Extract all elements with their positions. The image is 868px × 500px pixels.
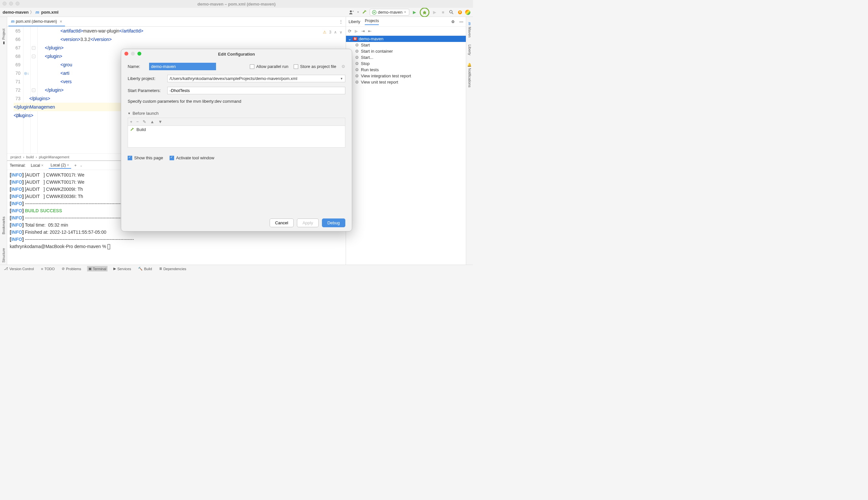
refresh-icon[interactable]: ⟳ bbox=[348, 29, 351, 34]
name-label: Name: bbox=[128, 64, 146, 69]
minimize-window-icon[interactable] bbox=[9, 2, 13, 5]
sb-todo[interactable]: ≡ TODO bbox=[40, 266, 56, 271]
gear-icon[interactable]: ⚙ bbox=[341, 64, 345, 69]
gear-icon: ⚙ bbox=[355, 61, 359, 66]
tree-action[interactable]: ⚙Start... bbox=[346, 54, 466, 60]
add-icon[interactable]: + bbox=[130, 119, 132, 124]
fold-icon[interactable]: − bbox=[32, 55, 35, 58]
debug-button[interactable]: Debug bbox=[322, 218, 345, 227]
sb-problems[interactable]: ⊘ Problems bbox=[60, 266, 82, 271]
structure-tool-button[interactable]: Structure bbox=[2, 246, 5, 265]
search-icon[interactable] bbox=[448, 9, 455, 15]
down-icon[interactable]: ▼ bbox=[158, 119, 162, 124]
sb-services[interactable]: ▶ Services bbox=[112, 266, 132, 271]
tab-projects[interactable]: Projects bbox=[365, 19, 379, 25]
close-tab-icon[interactable]: × bbox=[59, 19, 62, 24]
tree-action[interactable]: ⚙View integration test report bbox=[346, 73, 466, 79]
right-panel-toolbar: ⟳ ▶ ⇥ ⇤ bbox=[346, 27, 466, 36]
allow-parallel-checkbox[interactable]: Allow parallel run bbox=[250, 64, 289, 69]
breadcrumb-item[interactable]: build bbox=[26, 155, 34, 159]
sb-terminal[interactable]: ▣ Terminal bbox=[87, 266, 108, 271]
gear-icon: ⚙ bbox=[355, 73, 359, 78]
tree-action[interactable]: ⚙Start bbox=[346, 42, 466, 48]
cancel-button[interactable]: Cancel bbox=[270, 218, 294, 227]
prev-highlight-icon[interactable]: ∧ bbox=[334, 28, 337, 36]
name-input[interactable]: demo-maven bbox=[149, 63, 216, 70]
store-as-file-checkbox[interactable]: Store as project file bbox=[294, 64, 336, 69]
tree-action[interactable]: ⚙Start in container bbox=[346, 48, 466, 54]
editor-tab[interactable]: m pom.xml (demo-maven) × bbox=[9, 17, 65, 26]
project-tool-button[interactable]: ▮ Project bbox=[1, 27, 5, 47]
dialog-minimize-icon[interactable] bbox=[131, 52, 135, 56]
build-icon[interactable] bbox=[361, 9, 368, 15]
remove-icon[interactable]: − bbox=[137, 119, 139, 124]
code-line[interactable]: <artifactId>maven-war-plugin</artifactId… bbox=[60, 27, 345, 35]
bookmarks-tool-button[interactable]: Bookmarks bbox=[2, 215, 5, 236]
liberty-project-label: Liberty project: bbox=[128, 76, 164, 81]
start-params-input[interactable] bbox=[167, 87, 345, 94]
stop-icon[interactable]: ■ bbox=[440, 9, 446, 15]
next-highlight-icon[interactable]: ∨ bbox=[339, 28, 342, 36]
collapse-icon[interactable]: ⇥ bbox=[361, 29, 365, 34]
line-number-gutter: 65 66 67 68 69 70 71 72 73 74 75 bbox=[7, 27, 23, 154]
tab-liberty[interactable]: Liberty bbox=[349, 20, 360, 24]
breadcrumb-item[interactable]: project bbox=[10, 155, 21, 159]
liberty-tool-button[interactable]: Liberty bbox=[468, 43, 472, 57]
apply-button[interactable]: Apply bbox=[297, 218, 319, 227]
user-add-icon[interactable] bbox=[348, 9, 355, 15]
before-launch-header[interactable]: ▼ Before launch bbox=[128, 111, 345, 116]
checkbox-icon bbox=[250, 64, 254, 69]
inspection-badge[interactable]: ⚠ 3 ∧ ∨ bbox=[323, 28, 342, 36]
maven-file-icon: m bbox=[11, 19, 15, 24]
chevron-down-icon: ▼ bbox=[404, 11, 407, 14]
maximize-window-icon[interactable] bbox=[15, 2, 20, 5]
gear-icon: ⚙ bbox=[355, 67, 359, 72]
tab-menu-icon[interactable]: ⋮ bbox=[336, 17, 345, 26]
run-configuration-selector[interactable]: demo-maven ▼ bbox=[370, 9, 409, 15]
activate-tool-window-checkbox[interactable]: Activate tool window bbox=[169, 156, 214, 160]
before-launch-toolbar: + − ✎ ▲ ▼ bbox=[128, 118, 345, 125]
close-window-icon[interactable] bbox=[3, 2, 7, 5]
sb-build[interactable]: 🔨 Build bbox=[137, 266, 153, 271]
liberty-project-select[interactable]: /Users/kathrynkodama/devex/sampleProject… bbox=[167, 75, 345, 82]
up-icon[interactable]: ▲ bbox=[150, 119, 154, 124]
breadcrumb-project[interactable]: demo-maven bbox=[3, 10, 28, 15]
run-icon[interactable]: ▶ bbox=[355, 29, 358, 34]
run-with-coverage-icon[interactable]: ▶ bbox=[431, 9, 438, 15]
edit-icon[interactable]: ✎ bbox=[143, 119, 146, 124]
run-gutter-icon[interactable]: ◎↓ bbox=[24, 69, 29, 77]
before-launch-item[interactable]: Build bbox=[130, 127, 343, 132]
dropdown-icon[interactable]: ▼ bbox=[357, 11, 359, 14]
code-line[interactable]: <version>3.3.2</version> bbox=[60, 35, 345, 44]
panel-settings-icon[interactable]: ⚙ bbox=[451, 20, 455, 24]
run-icon[interactable]: ▶ bbox=[411, 9, 418, 15]
dialog-maximize-icon[interactable] bbox=[138, 52, 141, 56]
sb-dependencies[interactable]: ≣ Dependencies bbox=[158, 266, 187, 271]
dialog-close-icon[interactable] bbox=[125, 52, 128, 56]
fold-icon[interactable]: − bbox=[32, 88, 35, 92]
tree-action[interactable]: ⚙Run tests bbox=[346, 67, 466, 73]
notifications-tool-button[interactable]: 🔔 Notifications bbox=[468, 60, 472, 89]
tree-action[interactable]: ⚙View unit test report bbox=[346, 79, 466, 85]
terminal-dropdown-icon[interactable]: ⌄ bbox=[80, 164, 83, 167]
show-this-page-checkbox[interactable]: Show this page bbox=[128, 156, 163, 160]
tree-root[interactable]: ⌄ M demo-maven bbox=[346, 36, 466, 42]
breadcrumb-file[interactable]: pom.xml bbox=[41, 10, 58, 15]
terminal-tab[interactable]: Local × bbox=[29, 162, 46, 168]
editor-tabs: m pom.xml (demo-maven) × ⋮ bbox=[7, 17, 345, 27]
panel-hide-icon[interactable]: — bbox=[459, 20, 463, 24]
tree-action[interactable]: ⚙Stop bbox=[346, 60, 466, 67]
sb-version-control[interactable]: ⎇ Version Control bbox=[3, 266, 35, 271]
new-terminal-icon[interactable]: + bbox=[74, 163, 77, 168]
dialog-title: Edit Configuration bbox=[218, 52, 255, 57]
debug-icon[interactable] bbox=[421, 9, 428, 15]
expand-icon[interactable]: ⇤ bbox=[368, 29, 372, 34]
terminal-tab[interactable]: Local (2) × bbox=[49, 162, 71, 169]
ide-icon[interactable] bbox=[465, 10, 470, 15]
gear-icon: ⚙ bbox=[355, 80, 359, 84]
breadcrumb-sep: 〉 bbox=[30, 9, 34, 15]
breadcrumb-item[interactable]: pluginManagement bbox=[39, 155, 70, 159]
maven-tool-button[interactable]: m Maven bbox=[468, 20, 472, 39]
update-icon[interactable] bbox=[457, 9, 463, 15]
fold-icon[interactable]: − bbox=[32, 46, 35, 50]
